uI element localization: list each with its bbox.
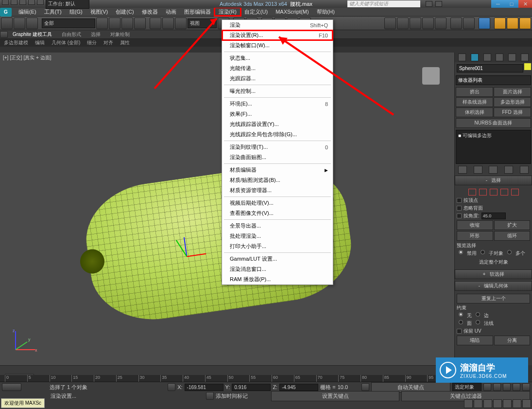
app-logo[interactable]: G: [0, 8, 12, 17]
object-name-field[interactable]: Sphere001: [457, 64, 523, 72]
ribbon-button[interactable]: [435, 18, 446, 29]
ribbon-sub-item[interactable]: 编辑: [33, 39, 47, 46]
repeat-last-button[interactable]: 重复上一个: [457, 294, 530, 303]
menu-item[interactable]: 打印大小助手...: [222, 241, 333, 251]
select-name-button[interactable]: [109, 18, 120, 29]
timeline[interactable]: 0 / 100 05101520253035404550556065707580…: [0, 365, 454, 382]
tb-icon[interactable]: [11, 0, 17, 5]
tb-icon[interactable]: [2, 0, 9, 5]
maximize-button[interactable]: □: [505, 0, 518, 8]
menu-组(G)[interactable]: 组(G): [66, 8, 86, 16]
hierarchy-tab-icon[interactable]: [483, 53, 491, 61]
curve-editor-button[interactable]: [450, 18, 462, 29]
angle-spinner[interactable]: 45.0: [481, 213, 506, 219]
select-region-button[interactable]: [121, 18, 133, 29]
show-end-icon[interactable]: [474, 166, 482, 174]
ribbon-sub-item[interactable]: 对齐: [102, 39, 115, 46]
lock-selection-icon[interactable]: [168, 383, 175, 391]
border-subobj-icon[interactable]: [490, 189, 498, 196]
display-tab-icon[interactable]: [508, 53, 516, 61]
modifier-stack[interactable]: ■ 可编辑多边形: [456, 130, 531, 164]
ribbon-tab[interactable]: 自由形式: [57, 30, 86, 39]
nurbs-button[interactable]: NURBS 曲面选择: [456, 118, 531, 128]
tb-icon[interactable]: [28, 0, 35, 5]
ring-button[interactable]: 环形: [457, 231, 493, 241]
ribbon-tab[interactable]: 对象绘制: [105, 30, 135, 39]
ribbon-sub-item[interactable]: 属性: [118, 39, 132, 46]
menu-item[interactable]: 光线跟踪器设置(Y)...: [222, 119, 333, 129]
soft-sel-rollout[interactable]: + 软选择: [455, 269, 532, 279]
remove-mod-icon[interactable]: [504, 166, 513, 174]
x-coord-field[interactable]: -169.581: [185, 384, 223, 391]
menu-item[interactable]: 渲染Shift+Q: [222, 20, 333, 30]
window-crossing-button[interactable]: [134, 18, 146, 29]
modifier-button[interactable]: 体积选择: [456, 107, 493, 117]
polygon-subobj-icon[interactable]: [500, 189, 508, 196]
menu-item[interactable]: RAM 播放器(P)...: [222, 274, 333, 285]
zoom-icon[interactable]: [464, 399, 473, 408]
edit-geom-rollout[interactable]: - 编辑几何体: [455, 281, 532, 291]
menu-item[interactable]: 材质编辑器▶: [222, 165, 333, 175]
ignore-back-checkbox[interactable]: [457, 206, 462, 211]
goto-start-icon[interactable]: [483, 383, 491, 391]
menu-item[interactable]: 光跟踪器...: [222, 73, 333, 84]
modifier-list-dropdown[interactable]: 修改器列表: [456, 75, 531, 85]
ribbon-collapse[interactable]: [0, 31, 8, 38]
menu-item[interactable]: 材质资源管理器...: [222, 185, 333, 196]
rotate-button[interactable]: [162, 18, 174, 29]
grow-button[interactable]: 扩大: [494, 220, 531, 230]
utilities-tab-icon[interactable]: [521, 53, 529, 61]
menu-修改器[interactable]: 修改器: [138, 8, 162, 16]
key-icon[interactable]: [361, 383, 369, 391]
link-button[interactable]: [26, 18, 38, 29]
next-frame-icon[interactable]: [513, 383, 520, 391]
star-icon[interactable]: [435, 1, 442, 7]
search-input[interactable]: 键入关键字或短语: [347, 0, 420, 7]
constrain-none-radio[interactable]: [459, 312, 463, 317]
menu-item[interactable]: 渲染帧窗口(W)...: [222, 40, 333, 51]
render-button[interactable]: [519, 18, 531, 29]
viewport-label[interactable]: [+] [正交] [真实 + 边面]: [3, 54, 51, 61]
preserve-uv-checkbox[interactable]: [457, 329, 462, 334]
pin-stack-icon[interactable]: [458, 166, 467, 174]
play-icon[interactable]: [503, 383, 511, 391]
by-angle-checkbox[interactable]: [457, 213, 462, 218]
ribbon-sub-item[interactable]: 多边形建模: [2, 39, 30, 46]
set-key-button[interactable]: 设置关键点: [271, 391, 400, 401]
modifier-button[interactable]: FFD 选择: [494, 107, 531, 117]
modifier-button[interactable]: 样条线选择: [456, 97, 493, 107]
script-button[interactable]: [2, 383, 21, 391]
preview-sub-radio[interactable]: [481, 250, 485, 254]
loop-button[interactable]: 循环: [494, 231, 531, 241]
menu-item[interactable]: 全景导出器...: [222, 221, 333, 231]
menu-渲染(R)[interactable]: 渲染(R): [215, 8, 240, 16]
select-button[interactable]: [96, 18, 108, 29]
menu-创建(C)[interactable]: 创建(C): [112, 8, 137, 16]
by-vertex-checkbox[interactable]: [457, 198, 462, 203]
selection-rollout[interactable]: - 选择: [455, 176, 532, 185]
ref-coord-dropdown[interactable]: 视图: [188, 18, 217, 28]
maximize-vp-icon[interactable]: [522, 399, 531, 408]
unique-icon[interactable]: [489, 166, 498, 174]
selection-filter[interactable]: 全部: [42, 18, 95, 28]
tb-icon[interactable]: [37, 0, 44, 5]
constrain-normal-radio[interactable]: [476, 320, 480, 324]
y-coord-field[interactable]: 0.916: [232, 384, 271, 391]
menu-item[interactable]: 渲染到纹理(T)...0: [222, 142, 333, 152]
align-button[interactable]: [410, 18, 421, 29]
config-icon[interactable]: [520, 166, 529, 174]
constrain-face-radio[interactable]: [459, 320, 463, 324]
modifier-button[interactable]: 多边形选择: [494, 97, 531, 107]
render-frame-button[interactable]: [507, 18, 518, 29]
material-editor-button[interactable]: [479, 18, 490, 29]
detach-button[interactable]: 分离: [494, 336, 531, 345]
move-button[interactable]: [150, 18, 161, 29]
redo-button[interactable]: [14, 18, 25, 29]
ribbon-tab[interactable]: Graphite 建模工具: [8, 30, 57, 39]
element-subobj-icon[interactable]: [511, 189, 519, 196]
layer-button[interactable]: [422, 18, 434, 29]
mirror-button[interactable]: [397, 18, 409, 29]
menu-item[interactable]: 视频后期处理(V)...: [222, 198, 333, 208]
menu-item[interactable]: Gamma/LUT 设置...: [222, 254, 333, 264]
menu-item[interactable]: 光能传递...: [222, 63, 333, 73]
